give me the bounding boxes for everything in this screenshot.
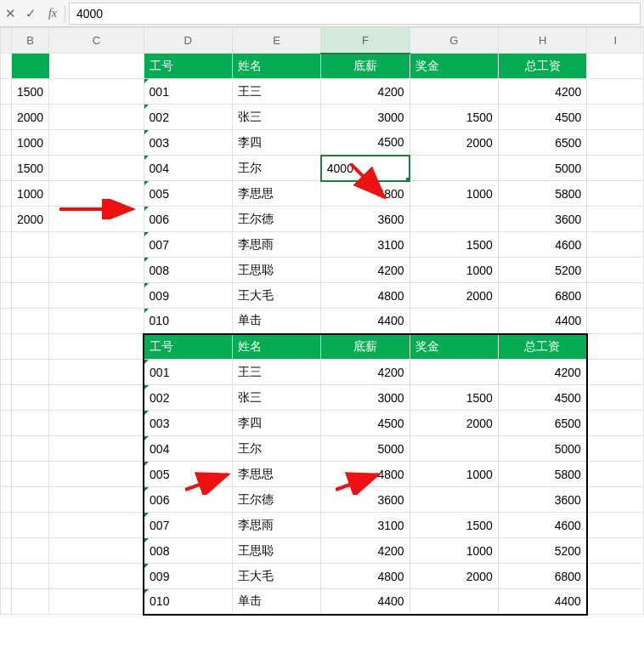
cell[interactable] — [49, 54, 144, 79]
cell[interactable] — [1, 79, 12, 105]
cell[interactable]: 008 — [144, 538, 232, 564]
cell[interactable] — [49, 538, 144, 564]
cell[interactable]: 王大毛 — [232, 564, 321, 589]
formula-input[interactable] — [69, 3, 641, 25]
cell[interactable]: 单击 — [232, 309, 321, 334]
cell[interactable]: 001 — [144, 79, 232, 105]
cell[interactable]: 4600 — [498, 513, 587, 538]
cell[interactable] — [1, 513, 12, 538]
cell[interactable]: 5200 — [498, 258, 587, 283]
cell[interactable]: 总工资 — [498, 54, 587, 79]
cell[interactable]: 1000 — [12, 130, 49, 156]
cell[interactable]: 5000 — [498, 156, 587, 181]
cell[interactable] — [587, 360, 644, 385]
cell[interactable]: 2000 — [410, 130, 498, 156]
cell[interactable]: 1500 — [410, 232, 498, 258]
cell[interactable] — [49, 130, 144, 156]
cell[interactable] — [1, 54, 12, 79]
cell[interactable]: 4500 — [321, 130, 410, 156]
cell[interactable] — [1, 436, 12, 462]
col-header-B[interactable]: B — [12, 28, 49, 54]
cell[interactable] — [1, 156, 12, 181]
cell[interactable] — [49, 436, 144, 462]
cell[interactable]: 李四 — [232, 411, 321, 436]
cell[interactable]: 姓名 — [232, 54, 321, 79]
cell[interactable] — [1, 232, 12, 258]
cell[interactable]: 010 — [144, 589, 232, 615]
cell[interactable] — [12, 487, 49, 513]
cell[interactable]: 4600 — [498, 232, 587, 258]
cell[interactable] — [587, 564, 644, 589]
grid[interactable]: B C D E F G H I 工号姓名底薪奖金总工资1500001王三4200… — [0, 27, 644, 616]
cell[interactable] — [12, 360, 49, 385]
cell[interactable]: 6500 — [498, 411, 587, 436]
cell[interactable]: 姓名 — [232, 334, 321, 360]
cell[interactable]: 4800 — [321, 181, 410, 207]
cell[interactable]: 009 — [144, 283, 232, 309]
cell[interactable]: 4400 — [498, 309, 587, 334]
cell[interactable] — [587, 283, 644, 309]
col-header-I[interactable]: I — [587, 28, 644, 54]
cell[interactable] — [49, 513, 144, 538]
cell[interactable] — [1, 411, 12, 436]
cell[interactable] — [12, 589, 49, 615]
cell[interactable]: 3600 — [321, 207, 410, 232]
cell[interactable]: 王三 — [232, 79, 321, 105]
cell[interactable]: 工号 — [144, 334, 232, 360]
cell[interactable] — [49, 411, 144, 436]
cell[interactable]: 005 — [144, 181, 232, 207]
cell[interactable]: 总工资 — [498, 334, 587, 360]
cell[interactable]: 王尔 — [232, 156, 321, 181]
cell[interactable]: 003 — [144, 130, 232, 156]
cell[interactable]: 007 — [144, 232, 232, 258]
cell[interactable] — [12, 462, 49, 487]
cell[interactable] — [12, 564, 49, 589]
cell[interactable]: 002 — [144, 385, 232, 411]
cell[interactable]: 1500 — [12, 156, 49, 181]
cell[interactable]: 001 — [144, 360, 232, 385]
fx-icon[interactable]: fx — [41, 0, 65, 26]
cell[interactable]: 4500 — [498, 105, 587, 130]
cell[interactable]: 3000 — [321, 105, 410, 130]
cell[interactable]: 4000 — [321, 156, 410, 181]
cell[interactable]: 1000 — [410, 181, 498, 207]
cell[interactable] — [49, 232, 144, 258]
cell[interactable] — [49, 258, 144, 283]
cell[interactable]: 4500 — [321, 411, 410, 436]
cell[interactable] — [587, 309, 644, 334]
cell[interactable]: 李思雨 — [232, 513, 321, 538]
cell[interactable] — [587, 538, 644, 564]
cell[interactable]: 3600 — [498, 207, 587, 232]
cell[interactable]: 010 — [144, 309, 232, 334]
cell[interactable] — [587, 156, 644, 181]
cell[interactable]: 5000 — [498, 436, 587, 462]
cell[interactable] — [410, 79, 498, 105]
cell[interactable] — [587, 79, 644, 105]
cell[interactable] — [49, 360, 144, 385]
cell[interactable]: 王尔德 — [232, 487, 321, 513]
cell[interactable]: 4500 — [498, 385, 587, 411]
cell[interactable] — [49, 309, 144, 334]
cell[interactable]: 6800 — [498, 283, 587, 309]
cell[interactable]: 1000 — [410, 462, 498, 487]
cell[interactable]: 王大毛 — [232, 283, 321, 309]
cell[interactable] — [587, 54, 644, 79]
cell[interactable]: 3600 — [498, 487, 587, 513]
cell[interactable]: 4800 — [321, 462, 410, 487]
cell[interactable] — [410, 360, 498, 385]
cell[interactable]: 1000 — [12, 181, 49, 207]
spreadsheet[interactable]: B C D E F G H I 工号姓名底薪奖金总工资1500001王三4200… — [0, 27, 644, 624]
cell[interactable] — [12, 538, 49, 564]
cell[interactable]: 底薪 — [321, 54, 410, 79]
cell[interactable] — [1, 105, 12, 130]
cell[interactable] — [410, 436, 498, 462]
cell[interactable]: 003 — [144, 411, 232, 436]
cell[interactable] — [12, 232, 49, 258]
cell[interactable]: 5800 — [498, 462, 587, 487]
col-header[interactable] — [1, 28, 12, 54]
cell[interactable]: 004 — [144, 436, 232, 462]
cell[interactable] — [49, 462, 144, 487]
cell[interactable]: 5200 — [498, 538, 587, 564]
cell[interactable]: 4200 — [498, 79, 587, 105]
cell[interactable] — [12, 334, 49, 360]
